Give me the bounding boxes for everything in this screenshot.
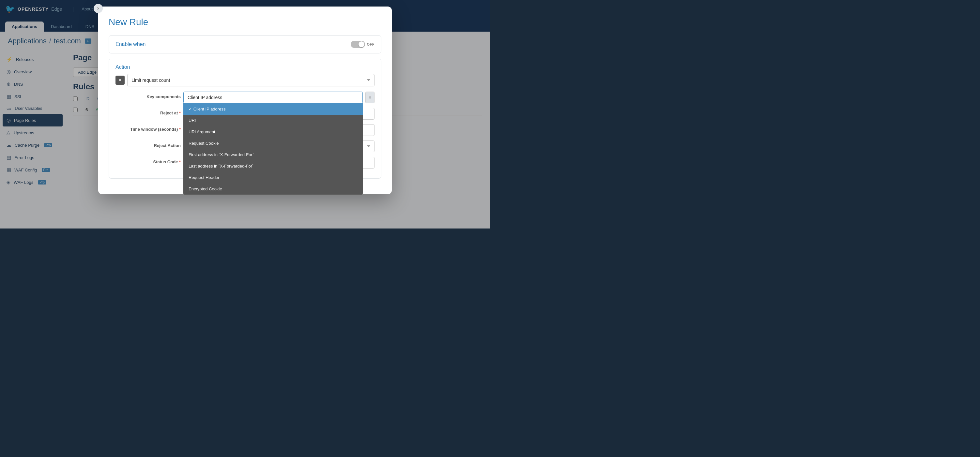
toggle-knob (358, 41, 364, 47)
close-icon: × (97, 6, 100, 11)
modal-title: New Rule (109, 17, 381, 27)
dropdown-item-request-cookie[interactable]: Request Cookie (183, 138, 363, 149)
action-type-select[interactable]: Limit request count (127, 74, 374, 86)
action-remove-button[interactable]: × (116, 76, 125, 85)
key-components-remove-button[interactable]: × (365, 92, 374, 103)
enable-when-section: Enable when OFF (109, 35, 381, 54)
action-section: Action × Limit request count Key compone… (109, 59, 381, 179)
time-window-label: Time window (seconds) * (129, 124, 181, 132)
key-components-dropdown: Client IP address URI URI Argument Reque… (183, 103, 363, 195)
dropdown-item-first-x-forwarded[interactable]: First address in `X-Forwarded-For` (183, 149, 363, 160)
remove-icon: × (369, 95, 371, 100)
action-remove-icon: × (118, 77, 121, 83)
time-window-required: * (179, 127, 181, 132)
action-row: × Limit request count (116, 74, 374, 86)
enable-when-header: Enable when OFF (116, 41, 374, 48)
reject-action-label: Reject Action (129, 141, 181, 148)
toggle-track[interactable] (351, 41, 365, 48)
key-components-selected[interactable]: Client IP address (183, 92, 363, 103)
key-components-control: Client IP address Client IP address URI … (183, 92, 363, 103)
dropdown-item-uri[interactable]: URI (183, 115, 363, 126)
key-components-value: Client IP address (188, 95, 222, 100)
enable-when-label: Enable when (116, 41, 146, 47)
new-rule-modal: × New Rule Enable when OFF Action × (98, 6, 392, 194)
key-components-row: Key components Client IP address Client … (116, 92, 374, 103)
status-code-required: * (179, 159, 181, 164)
modal-overlay: × New Rule Enable when OFF Action × (0, 0, 490, 228)
toggle-state-label: OFF (367, 42, 375, 46)
action-label: Action (116, 64, 374, 70)
dropdown-item-client-ip[interactable]: Client IP address (183, 103, 363, 115)
reject-at-label: Reject at * (129, 108, 181, 116)
status-code-label: Status Code * (129, 157, 181, 164)
modal-close-button[interactable]: × (94, 4, 103, 13)
dropdown-item-request-header[interactable]: Request Header (183, 172, 363, 183)
dropdown-item-uri-argument[interactable]: URI Argument (183, 126, 363, 138)
key-components-label: Key components (129, 92, 181, 99)
enable-when-toggle[interactable]: OFF (351, 41, 375, 48)
dropdown-item-encrypted-cookie[interactable]: Encrypted Cookie (183, 183, 363, 195)
reject-at-required: * (179, 111, 181, 116)
dropdown-item-last-x-forwarded[interactable]: Last address in `X-Forwarded-For` (183, 160, 363, 172)
